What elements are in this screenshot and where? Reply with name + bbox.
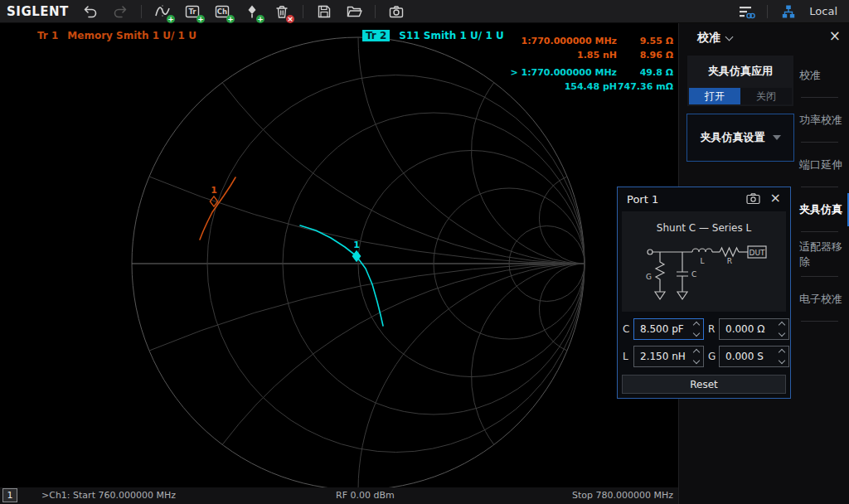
new-channel-button[interactable]: Ch +	[213, 2, 231, 21]
toggle-off-button[interactable]: 关闭	[740, 88, 792, 104]
sidebar-item-fixture-simulation[interactable]: 夹具仿真	[799, 187, 849, 232]
l-spinner[interactable]	[691, 346, 701, 366]
marker-readout-trace2: > 1:770.000000 MHz 49.8 Ω 154.48 pH 747.…	[492, 66, 673, 93]
l-field-label: L	[623, 351, 630, 362]
fixture-sim-toggle: 打开 关闭	[689, 88, 792, 104]
marker1-freq: > 1:770.000000 MHz	[492, 66, 617, 79]
trace2-label[interactable]: Tr 2 S11 Smith 1 U/ 1 U	[362, 30, 504, 41]
siglent-logo: SIGLENT	[7, 4, 65, 19]
rf-power-label: RF 0.00 dBm	[336, 490, 395, 501]
marker1-value: 9.55 Ω	[617, 35, 673, 47]
window-layout-button[interactable]	[737, 2, 755, 21]
delete-button[interactable]: ×	[273, 2, 291, 21]
sidebar-item-power-cal[interactable]: 功率校准	[799, 98, 849, 143]
sidebar-title: 校准	[697, 31, 720, 46]
add-marker-button[interactable]: +	[243, 2, 261, 21]
r-value: 0.000 Ω	[725, 323, 764, 335]
fixture-sim-settings-button[interactable]: 夹具仿真设置	[686, 114, 794, 162]
sidebar-item-adapter-removal[interactable]: 适配器移除	[799, 232, 849, 277]
sidebar-title-dropdown[interactable]: 校准	[697, 31, 732, 46]
add-trace-button[interactable]: +	[153, 2, 172, 21]
c-value-input[interactable]: 8.500 pF	[633, 318, 704, 340]
l-value-input[interactable]: 2.150 nH	[633, 346, 704, 367]
svg-text:R: R	[727, 257, 732, 265]
marker-readout: 1:770.000000 MHz 9.55 Ω 1.85 nH 8.96 Ω >…	[492, 35, 673, 93]
sidebar-item-calibration[interactable]: 校准	[799, 53, 849, 98]
c-value: 8.500 pF	[640, 323, 684, 335]
dropdown-caret-icon	[773, 135, 781, 140]
undo-button[interactable]	[81, 2, 99, 21]
channel-badge[interactable]: 1	[2, 488, 17, 502]
local-status-label[interactable]: Local	[809, 5, 837, 17]
toggle-on-button[interactable]: 打开	[689, 88, 740, 104]
dialog-close-button[interactable]: ×	[770, 190, 781, 206]
fixture-sim-settings-label: 夹具仿真设置	[701, 130, 765, 145]
circuit-model-title: Shunt C — Series L	[622, 211, 786, 234]
reset-button[interactable]: Reset	[622, 375, 786, 394]
plus-badge-icon: +	[196, 15, 205, 23]
r-field: R 0.000 Ω	[708, 318, 789, 340]
spinner-down-icon[interactable]	[692, 330, 699, 337]
camera-icon	[746, 192, 760, 208]
trace1-label[interactable]: Tr 1 Memory Smith 1 U/ 1 U	[37, 30, 196, 41]
g-spinner[interactable]	[776, 346, 787, 366]
menu-item-label: 夹具仿真	[799, 202, 842, 217]
toolbar: SIGLENT + Tr	[0, 0, 849, 23]
g-field: G 0.000 S	[708, 346, 789, 367]
save-button[interactable]	[315, 2, 333, 21]
sidebar-item-ecal[interactable]: 电子校准	[799, 277, 849, 322]
new-trace-button[interactable]: Tr +	[183, 2, 201, 21]
trace1-id: Tr 1	[37, 30, 58, 41]
r-field-label: R	[708, 323, 716, 335]
trace2-id-badge: Tr 2	[362, 30, 390, 41]
marker1-value: 49.8 Ω	[617, 66, 673, 79]
plus-badge-icon: +	[226, 15, 235, 23]
g-value: 0.000 S	[725, 351, 764, 362]
fixture-sim-apply-title: 夹具仿真应用	[687, 56, 793, 79]
open-file-button[interactable]	[345, 2, 363, 21]
spinner-down-icon[interactable]	[778, 330, 784, 337]
toolbar-right-group: Local	[737, 2, 849, 21]
layout-link-icon	[737, 3, 755, 20]
reactance-arc-minus-2	[472, 264, 585, 444]
sidebar-item-port-extension[interactable]: 端口延伸	[799, 143, 849, 187]
c-spinner[interactable]	[691, 319, 701, 339]
spinner-up-icon[interactable]	[692, 322, 699, 328]
marker1-freq: 1:770.000000 MHz	[492, 35, 617, 47]
marker-1-label-tr2-s11: 1	[353, 240, 360, 250]
menu-item-label: 端口延伸	[799, 158, 842, 172]
c-field-label: C	[623, 323, 630, 335]
r-value-input[interactable]: 0.000 Ω	[719, 318, 789, 340]
screenshot-button[interactable]	[387, 2, 405, 21]
g-value-input[interactable]: 0.000 S	[719, 346, 789, 367]
menu-item-label: 功率校准	[799, 113, 842, 128]
marker-1-label-tr1-memory: 1	[211, 185, 217, 196]
network-status-button[interactable]	[779, 2, 798, 21]
l-value: 2.150 nH	[640, 351, 686, 362]
spinner-up-icon[interactable]	[778, 349, 784, 356]
toolbar-separator	[767, 5, 768, 18]
marker1-reactance: 8.96 Ω	[617, 49, 673, 61]
svg-text:Tr: Tr	[188, 7, 196, 16]
dialog-screenshot-button[interactable]	[746, 192, 760, 208]
svg-text:G: G	[646, 273, 652, 281]
r-spinner[interactable]	[776, 319, 787, 339]
spinner-up-icon[interactable]	[692, 349, 699, 356]
marker1-inductance: 1.85 nH	[492, 49, 617, 61]
spinner-down-icon[interactable]	[778, 357, 784, 364]
trace-tr2-s11	[300, 225, 383, 326]
undo-icon	[82, 3, 99, 20]
smith-chart: 11	[0, 23, 678, 487]
camera-icon	[388, 3, 405, 20]
g-field-label: G	[708, 351, 716, 362]
sidebar-close-button[interactable]: ×	[829, 27, 841, 44]
redo-icon	[112, 3, 129, 20]
redo-button[interactable]	[111, 2, 129, 21]
menu-item-label: 校准	[799, 68, 821, 83]
reactance-arc-plus-2	[472, 83, 585, 264]
toolbar-separator	[141, 5, 142, 18]
trace2-format: S11 Smith 1 U/ 1 U	[399, 30, 503, 41]
spinner-up-icon[interactable]	[778, 322, 784, 328]
spinner-down-icon[interactable]	[692, 357, 699, 364]
vna-application-window: SIGLENT + Tr	[0, 0, 849, 504]
